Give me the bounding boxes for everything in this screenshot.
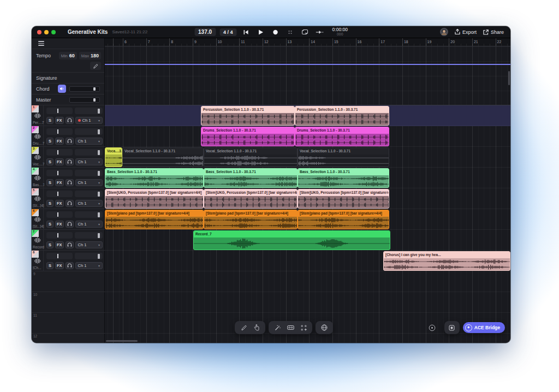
tempo-min-input[interactable]: Min 60 (59, 52, 77, 60)
solo-button[interactable]: S (46, 200, 53, 207)
solo-button[interactable]: S (46, 262, 53, 269)
track-color-tab[interactable]: 8 [Ch... (32, 251, 44, 271)
volume-slider[interactable] (75, 211, 103, 218)
volume-slider[interactable] (75, 108, 103, 114)
audio-clip[interactable]: [Stem]UKG, Percussion [bpm=137.0] [bar s… (204, 189, 298, 209)
monitor-button[interactable] (66, 138, 74, 145)
time-signature-display[interactable]: 4 / 4 (219, 28, 237, 36)
pan-slider[interactable] (46, 149, 73, 156)
track-color-tab[interactable]: 1 Per....71 (32, 105, 44, 126)
vertical-scrollbar[interactable] (508, 71, 510, 85)
fx-button[interactable]: FX (55, 117, 64, 124)
audio-clip[interactable]: Record_7 (193, 230, 390, 250)
channel-select[interactable]: Ch 1 ▾ (75, 138, 103, 145)
export-button[interactable]: Export (455, 29, 477, 35)
track-header[interactable]: 6 [St...]4] S FX Ch 1 ▾ (32, 209, 105, 230)
monitor-button[interactable] (66, 200, 74, 207)
audio-clip[interactable]: Vocal_Selection 1.1.0 - 30.3.71 (204, 147, 298, 167)
horizontal-scrollbar[interactable] (106, 340, 138, 342)
fx-button[interactable]: FX (55, 158, 64, 165)
play-button[interactable] (255, 28, 266, 37)
tempo-curve-line[interactable] (105, 64, 510, 65)
solo-button[interactable]: S (46, 221, 53, 228)
tape-recorder-button[interactable] (284, 322, 297, 334)
record-button[interactable] (270, 28, 281, 37)
track-header[interactable]: 8 [Ch... S FX Ch 1 ▾ (32, 251, 105, 271)
master-volume-slider[interactable] (69, 97, 100, 103)
audio-clip[interactable]: Bass_Selection 1.1.0 - 30.3.71 (204, 168, 298, 188)
globe-button[interactable] (318, 322, 331, 334)
empty-track-slot[interactable]: 10 (32, 292, 105, 313)
track-color-tab[interactable]: 5 [St...]4] (32, 188, 44, 209)
volume-slider[interactable] (75, 191, 103, 197)
channel-select[interactable]: Ch 1 ▾ (75, 117, 103, 124)
solo-button[interactable]: S (46, 241, 53, 248)
fx-button[interactable]: FX (55, 179, 64, 186)
fx-button[interactable]: FX (55, 138, 64, 145)
audio-clip[interactable]: Voca....3.71 (105, 147, 122, 167)
pan-slider[interactable] (46, 170, 73, 176)
audio-clip[interactable]: Bass_Selection 1.1.0 - 30.3.71 (298, 168, 389, 188)
track-header[interactable]: 1 Per....71 S FX Ch 1 ▾ (32, 105, 105, 126)
channel-select[interactable]: Ch 1 ▾ (75, 200, 103, 207)
volume-slider[interactable] (75, 128, 103, 135)
audio-clip[interactable]: [Stem]UKG, Percussion [bpm=137.0] [bar s… (298, 189, 389, 209)
chord-audition-button[interactable] (58, 85, 66, 93)
metronome-dots-icon[interactable] (285, 28, 296, 37)
track-color-tab[interactable]: 2 Dru....71 (32, 126, 44, 146)
pan-slider[interactable] (46, 191, 73, 197)
pan-slider[interactable] (46, 108, 73, 114)
channel-select[interactable]: Ch 1 ▾ (75, 158, 103, 165)
fx-button[interactable]: FX (55, 262, 64, 269)
monitor-button[interactable] (66, 117, 74, 124)
solo-button[interactable]: S (46, 158, 53, 165)
punch-in-button[interactable] (314, 28, 325, 37)
loop-button[interactable] (300, 28, 311, 37)
audio-clip[interactable]: [Stem]UKG, Percussion [bpm=137.0] [bar s… (105, 189, 204, 209)
pan-slider[interactable] (46, 253, 73, 259)
empty-track-slot[interactable]: 9 (32, 271, 105, 292)
audio-clip[interactable]: Drums_Selection 1.1.0 - 30.3.71 (201, 127, 295, 146)
fx-button[interactable]: FX (55, 200, 64, 207)
audio-clip[interactable]: Vocal_Selection 1.1.0 - 30.3.71 (122, 147, 204, 167)
volume-slider[interactable] (75, 170, 103, 176)
monitor-button[interactable] (66, 158, 74, 165)
pan-slider[interactable] (46, 232, 73, 239)
tempo-edit-button[interactable] (90, 62, 101, 70)
pan-slider[interactable] (46, 211, 73, 218)
audio-clip[interactable]: Drums_Selection 1.1.0 - 30.3.71 (295, 127, 389, 146)
share-button[interactable]: Share (483, 29, 504, 35)
monitor-button[interactable] (66, 262, 74, 269)
select-tool-button[interactable] (250, 322, 263, 334)
audio-clip[interactable]: [Stem]piano pad [bpm=137.0] [bar signatu… (298, 210, 389, 229)
minimize-window-button[interactable] (44, 30, 49, 34)
audio-clip[interactable]: [Stem]piano pad [bpm=137.0] [bar signatu… (105, 210, 204, 229)
track-header[interactable]: 7 Record_7 S FX Ch 1 ▾ (32, 230, 105, 251)
audio-clip[interactable]: Bass_Selection 1.1.0 - 30.3.71 (105, 168, 204, 188)
track-color-tab[interactable]: 7 Record_7 (32, 230, 44, 250)
track-header[interactable]: 5 [St...]4] S FX Ch 1 ▾ (32, 188, 105, 209)
tempo-display[interactable]: 137.0 (194, 28, 216, 36)
draw-tool-button[interactable] (237, 322, 250, 334)
audio-clip[interactable]: [Stem]piano pad [bpm=137.0] [bar signatu… (204, 210, 298, 229)
track-color-tab[interactable]: 4 Bas....71 (32, 168, 44, 188)
empty-track-slot[interactable]: 11 (32, 313, 105, 334)
monitor-button[interactable] (66, 221, 74, 228)
magic-wand-button[interactable] (271, 322, 284, 334)
audio-clip[interactable]: [Chorus] I can give you my hea... (383, 251, 510, 271)
volume-slider[interactable] (75, 149, 103, 156)
track-header[interactable]: 3 Voc....71 S FX Ch 1 ▾ (32, 147, 105, 168)
skip-to-start-button[interactable] (241, 28, 252, 37)
tempo-max-input[interactable]: Max 180 (79, 52, 101, 60)
monitor-button[interactable] (66, 179, 74, 186)
solo-button[interactable]: S (46, 117, 53, 124)
plugin-dock-button[interactable] (445, 322, 459, 334)
menu-button[interactable] (32, 38, 104, 49)
fx-button[interactable]: FX (55, 221, 64, 228)
audio-clip[interactable]: Vocal_Selection 1.1.0 - 30.3.71 (298, 147, 389, 167)
monitor-button[interactable] (66, 241, 74, 248)
solo-button[interactable]: S (46, 179, 53, 186)
timeline-ruler[interactable]: 678910111213141516171819202122 (105, 38, 510, 46)
channel-select[interactable]: Ch 1 ▾ (75, 179, 103, 186)
tempo-automation-lane[interactable] (105, 46, 510, 105)
